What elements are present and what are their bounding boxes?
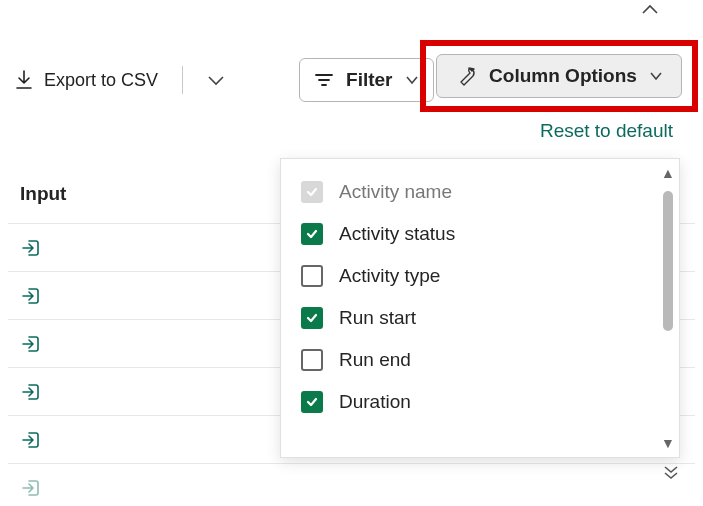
- chevron-down-icon: [649, 71, 663, 81]
- checkbox-unchecked[interactable]: [301, 265, 323, 287]
- input-icon: [20, 477, 42, 499]
- option-label: Activity status: [339, 223, 455, 245]
- scroll-thumb[interactable]: [663, 191, 673, 331]
- input-icon: [20, 333, 42, 355]
- input-icon: [20, 285, 42, 307]
- input-icon: [20, 381, 42, 403]
- highlight-box: Column Options: [420, 40, 698, 112]
- column-option-activity-name: Activity name: [281, 171, 679, 213]
- option-label: Run start: [339, 307, 416, 329]
- checkbox-disabled-checked: [301, 181, 323, 203]
- download-icon: [14, 69, 34, 91]
- checkbox-checked[interactable]: [301, 391, 323, 413]
- column-option-run-start[interactable]: Run start: [281, 297, 679, 339]
- checkbox-checked[interactable]: [301, 223, 323, 245]
- column-options-label: Column Options: [489, 65, 637, 87]
- wrench-icon: [455, 65, 477, 87]
- scroll-up-arrow[interactable]: ▲: [661, 165, 675, 181]
- filter-icon: [314, 72, 334, 88]
- column-option-run-end[interactable]: Run end: [281, 339, 679, 381]
- export-to-csv-button[interactable]: Export to CSV: [14, 69, 158, 91]
- export-label: Export to CSV: [44, 70, 158, 91]
- column-options-dropdown: Activity name Activity status Activity t…: [280, 158, 680, 458]
- collapse-caret[interactable]: [641, 4, 659, 16]
- toolbar-divider: [182, 66, 183, 94]
- reset-to-default-link[interactable]: Reset to default: [540, 120, 673, 142]
- checkbox-checked[interactable]: [301, 307, 323, 329]
- input-icon: [20, 429, 42, 451]
- column-options-button[interactable]: Column Options: [436, 54, 682, 98]
- expand-down-icon[interactable]: [662, 463, 680, 481]
- option-label: Activity name: [339, 181, 452, 203]
- option-label: Run end: [339, 349, 411, 371]
- column-option-activity-type[interactable]: Activity type: [281, 255, 679, 297]
- option-label: Duration: [339, 391, 411, 413]
- filter-button[interactable]: Filter: [299, 58, 433, 102]
- scroll-down-arrow[interactable]: ▼: [661, 435, 675, 451]
- option-label: Activity type: [339, 265, 440, 287]
- chevron-down-icon: [405, 75, 419, 85]
- column-option-duration[interactable]: Duration: [281, 381, 679, 423]
- filter-label: Filter: [346, 69, 392, 91]
- export-dropdown-caret[interactable]: [207, 74, 225, 86]
- dropdown-scrollbar[interactable]: ▲ ▼: [661, 165, 675, 451]
- export-group: Export to CSV: [14, 66, 225, 94]
- checkbox-unchecked[interactable]: [301, 349, 323, 371]
- column-option-activity-status[interactable]: Activity status: [281, 213, 679, 255]
- table-row[interactable]: [8, 464, 695, 506]
- column-options-list: Activity name Activity status Activity t…: [281, 159, 679, 435]
- input-icon: [20, 237, 42, 259]
